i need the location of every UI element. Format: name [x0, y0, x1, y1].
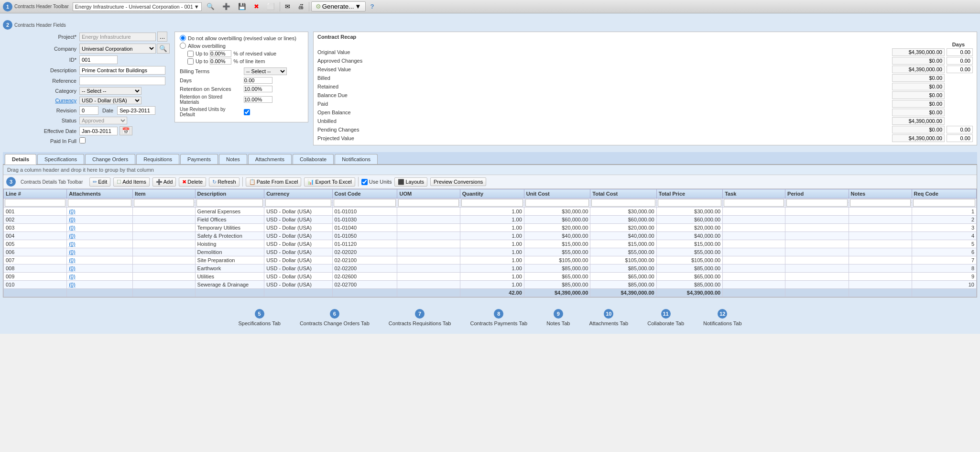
- layouts-button[interactable]: ⬛ Layouts: [394, 177, 427, 187]
- recap-row-value[interactable]: [892, 48, 945, 56]
- tab-requisitions[interactable]: Requisitions: [136, 154, 179, 164]
- no-overbilling-radio[interactable]: [180, 35, 186, 41]
- export-excel-button[interactable]: 📊 Export To Excel: [304, 177, 355, 187]
- contract-selector-dropdown[interactable]: Energy Infrastructure - Universal Corpor…: [73, 2, 202, 11]
- recap-row-value[interactable]: [892, 126, 945, 133]
- attach-link[interactable]: (0): [69, 233, 75, 239]
- add-button[interactable]: ➕: [219, 1, 233, 11]
- tab-notifications[interactable]: Notifications: [335, 154, 378, 164]
- recap-row-value[interactable]: [892, 83, 945, 90]
- retention-stored-input[interactable]: [244, 96, 272, 103]
- recap-row-days[interactable]: [947, 134, 973, 142]
- use-units-toggle[interactable]: Use Units: [361, 179, 392, 185]
- email-button[interactable]: ✉: [282, 1, 293, 11]
- attach-link[interactable]: (0): [69, 282, 75, 287]
- category-field-row: Category -- Select --: [32, 87, 170, 95]
- paste-excel-button[interactable]: 📋 Paste From Excel: [246, 177, 302, 187]
- filter-input-uom[interactable]: [398, 199, 458, 207]
- company-select[interactable]: Universal Corporation: [79, 44, 156, 54]
- add-line-button[interactable]: ➕ Add: [152, 177, 176, 187]
- project-input[interactable]: [79, 33, 156, 41]
- attach-link[interactable]: (0): [69, 209, 75, 214]
- print-button[interactable]: 🖨: [295, 1, 307, 11]
- up-to-checkbox2[interactable]: [187, 58, 194, 65]
- recap-row-days[interactable]: [947, 48, 973, 56]
- attach-link[interactable]: (0): [69, 274, 75, 279]
- reference-input[interactable]: [79, 77, 165, 85]
- filter-input-item[interactable]: [134, 199, 194, 207]
- calendar-button[interactable]: 📅: [120, 126, 132, 135]
- edit-button[interactable]: ✏ Edit: [89, 177, 110, 187]
- recap-row-value[interactable]: [892, 74, 945, 82]
- recap-row-days[interactable]: [947, 57, 973, 65]
- preview-conversions-button[interactable]: Preview Conversions: [430, 177, 486, 186]
- project-browse-button[interactable]: ...: [157, 32, 167, 42]
- recap-row-value[interactable]: [892, 66, 945, 73]
- up-to-pct2-input[interactable]: [210, 58, 231, 65]
- filter-input-currency[interactable]: [265, 199, 331, 207]
- tab-notes[interactable]: Notes: [219, 154, 247, 164]
- filter-input-total-cost[interactable]: [591, 199, 655, 207]
- refresh-button[interactable]: ↻ Refresh: [209, 177, 240, 187]
- recap-row-days[interactable]: [947, 66, 973, 73]
- filter-input-task[interactable]: [724, 199, 784, 207]
- recap-row-value[interactable]: [892, 91, 945, 99]
- date-input[interactable]: [117, 106, 155, 115]
- days-input[interactable]: [244, 77, 272, 84]
- description-input[interactable]: [79, 66, 165, 75]
- company-search-button[interactable]: 🔍: [157, 44, 170, 54]
- id-input[interactable]: [79, 55, 118, 64]
- up-to-pct1-input[interactable]: [210, 50, 231, 57]
- allow-overbilling-radio[interactable]: [180, 43, 186, 49]
- attach-link[interactable]: (0): [69, 257, 75, 263]
- paid-in-full-checkbox[interactable]: [79, 137, 86, 143]
- help-button[interactable]: ?: [368, 1, 377, 11]
- attach-link[interactable]: (0): [69, 217, 75, 222]
- delete-button[interactable]: ✖: [251, 1, 262, 11]
- tab-specifications[interactable]: Specifications: [37, 154, 84, 164]
- status-select[interactable]: Approved: [79, 117, 127, 124]
- add-items-button[interactable]: ☐ Add Items: [113, 177, 150, 187]
- category-select[interactable]: -- Select --: [79, 87, 142, 95]
- recap-row-days[interactable]: [947, 126, 973, 133]
- use-units-checkbox[interactable]: [361, 179, 368, 185]
- filter-input-notes[interactable]: [850, 199, 911, 207]
- use-revised-checkbox[interactable]: [244, 109, 250, 115]
- tab-payments[interactable]: Payments: [180, 154, 218, 164]
- tab-details[interactable]: Details: [5, 154, 36, 165]
- filter-input-total-price[interactable]: [658, 199, 721, 207]
- filter-input-attachments[interactable]: [68, 199, 131, 207]
- search-button[interactable]: 🔍: [204, 1, 218, 11]
- attach-link[interactable]: (0): [69, 225, 75, 231]
- tab-attachments[interactable]: Attachments: [248, 154, 292, 164]
- filter-input-line--[interactable]: [5, 199, 65, 207]
- filter-icon[interactable]: ▼: [975, 201, 977, 206]
- up-to-checkbox1[interactable]: [187, 51, 194, 57]
- filter-input-quantity[interactable]: [461, 199, 523, 207]
- billing-terms-select[interactable]: -- Select --: [244, 67, 287, 75]
- revision-input[interactable]: [79, 106, 98, 115]
- tab-collaborate[interactable]: Collaborate: [293, 154, 334, 164]
- currency-select[interactable]: USD - Dollar (USA): [79, 97, 142, 104]
- filter-input-description[interactable]: [196, 199, 263, 207]
- tab-change-orders[interactable]: Change Orders: [85, 154, 135, 164]
- recap-row-value[interactable]: [892, 57, 945, 65]
- recap-row-value[interactable]: [892, 117, 945, 125]
- retention-services-input[interactable]: [244, 86, 272, 92]
- filter-input-req-code[interactable]: [913, 199, 975, 207]
- attach-link[interactable]: (0): [69, 249, 75, 255]
- effective-date-input[interactable]: [79, 127, 118, 135]
- copy-button[interactable]: ⬜: [264, 1, 278, 11]
- currency-label[interactable]: Currency: [32, 98, 79, 103]
- filter-input-cost-code[interactable]: [334, 199, 396, 207]
- recap-row-value[interactable]: [892, 109, 945, 116]
- attach-link[interactable]: (0): [69, 241, 75, 247]
- save-button[interactable]: 💾: [235, 1, 249, 11]
- filter-input-period[interactable]: [786, 199, 848, 207]
- recap-row-value[interactable]: [892, 134, 945, 142]
- attach-link[interactable]: (0): [69, 265, 75, 271]
- recap-row-value[interactable]: [892, 100, 945, 108]
- filter-input-unit-cost[interactable]: [525, 199, 589, 207]
- delete-line-button[interactable]: ✖ Delete: [179, 177, 206, 187]
- generate-button[interactable]: ⚙ Generate... ▼: [311, 1, 366, 11]
